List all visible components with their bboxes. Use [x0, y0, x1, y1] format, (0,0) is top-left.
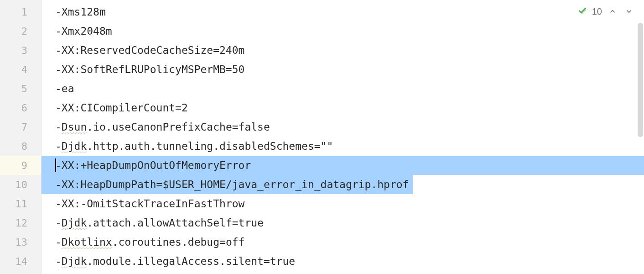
code-line[interactable]: -XX:HeapDumpPath=$USER_HOME/java_error_i…	[55, 175, 644, 194]
code-line[interactable]: -XX:-OmitStackTraceInFastThrow	[55, 194, 644, 213]
code-line[interactable]: -XX:SoftRefLRUPolicyMSPerMB=50	[55, 60, 644, 79]
code-line[interactable]: -XX:CICompilerCount=2	[55, 98, 644, 117]
next-highlight-button[interactable]	[623, 6, 635, 18]
line-number[interactable]: 5	[0, 79, 41, 98]
line-number[interactable]: 10	[0, 175, 41, 194]
typo-underline: Djdk	[62, 255, 87, 267]
line-number[interactable]: 1	[0, 2, 41, 21]
inspection-status-bar: 10	[577, 5, 635, 18]
code-line[interactable]: -Djdk.module.illegalAccess.silent=true	[55, 252, 644, 271]
code-editor[interactable]: 1234567891011121314 10 -Xms128m-Xm	[0, 0, 644, 274]
typo-underline: Dsun	[62, 121, 87, 133]
code-line[interactable]: -Djdk.http.auth.tunneling.disabledScheme…	[55, 137, 644, 156]
line-number[interactable]: 6	[0, 98, 41, 117]
line-number[interactable]: 12	[0, 213, 41, 232]
code-line[interactable]: -Djdk.attach.allowAttachSelf=true	[55, 213, 644, 232]
line-number[interactable]: 4	[0, 60, 41, 79]
prev-highlight-button[interactable]	[607, 6, 618, 18]
line-number[interactable]: 3	[0, 41, 41, 60]
code-line[interactable]: -Xms128m	[55, 2, 644, 21]
code-line[interactable]: -XX:+HeapDumpOnOutOfMemoryError	[42, 156, 644, 175]
code-line[interactable]: -ea	[55, 79, 644, 98]
code-line[interactable]: -Dsun.io.useCanonPrefixCache=false	[55, 117, 644, 137]
line-number[interactable]: 11	[0, 194, 41, 213]
inspection-count: 10	[592, 6, 602, 17]
code-line[interactable]: -Dkotlinx.coroutines.debug=off	[55, 232, 644, 252]
line-number[interactable]: 2	[0, 21, 41, 41]
typo-underline: Dkotlinx	[62, 236, 112, 248]
code-area[interactable]: 10 -Xms128m-Xmx2048m-XX:ReservedCodeCach…	[41, 0, 644, 274]
line-number[interactable]: 13	[0, 232, 41, 252]
line-number[interactable]: 14	[0, 252, 41, 271]
checkmark-icon	[577, 5, 587, 18]
line-number[interactable]: 8	[0, 137, 41, 156]
line-number-gutter: 1234567891011121314	[0, 0, 41, 274]
text-cursor	[55, 158, 56, 172]
line-number[interactable]: 7	[0, 117, 41, 137]
typo-underline: Djdk	[62, 140, 87, 152]
code-line[interactable]: -XX:ReservedCodeCacheSize=240m	[55, 41, 644, 60]
code-line[interactable]: -Xmx2048m	[55, 21, 644, 41]
typo-underline: Djdk	[62, 217, 87, 229]
line-number[interactable]: 9	[0, 156, 41, 175]
